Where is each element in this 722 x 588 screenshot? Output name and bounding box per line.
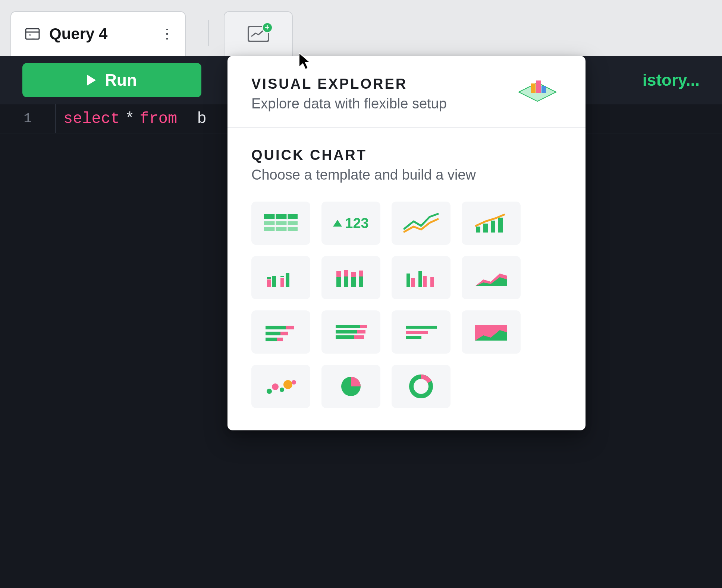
add-chart-icon: + bbox=[248, 26, 269, 42]
chart-type-line[interactable] bbox=[392, 202, 451, 245]
big-number-label: 123 bbox=[345, 215, 368, 231]
tab-more-icon[interactable]: ⋮ bbox=[160, 32, 172, 36]
query-tab-icon: *_ bbox=[25, 26, 40, 42]
visual-explorer-icon bbox=[513, 75, 562, 113]
svg-rect-24 bbox=[344, 270, 348, 276]
svg-rect-4 bbox=[531, 83, 536, 93]
svg-point-58 bbox=[292, 380, 296, 385]
plus-badge-icon: + bbox=[262, 22, 273, 33]
svg-rect-32 bbox=[418, 271, 422, 287]
svg-rect-15 bbox=[498, 218, 503, 233]
svg-rect-39 bbox=[266, 332, 280, 335]
svg-rect-47 bbox=[336, 335, 354, 339]
chart-picker-popover: VISUAL EXPLORER Explore data with flexib… bbox=[227, 56, 586, 430]
chart-template-grid: 123 bbox=[227, 198, 586, 408]
chart-type-grouped-bar[interactable] bbox=[392, 256, 451, 299]
svg-rect-29 bbox=[359, 276, 363, 287]
svg-rect-22 bbox=[336, 271, 341, 277]
play-icon bbox=[87, 75, 96, 86]
svg-rect-45 bbox=[336, 330, 357, 333]
svg-rect-48 bbox=[354, 335, 364, 339]
history-link[interactable]: istory... bbox=[643, 71, 700, 89]
svg-rect-6 bbox=[542, 86, 546, 93]
svg-rect-33 bbox=[423, 276, 427, 287]
svg-text:*_: *_ bbox=[29, 33, 35, 38]
svg-rect-30 bbox=[406, 274, 410, 287]
svg-rect-44 bbox=[360, 325, 367, 328]
chart-type-horizontal-bar-3[interactable] bbox=[392, 310, 451, 354]
token-star: * bbox=[120, 110, 139, 128]
chart-type-bar-dual[interactable] bbox=[251, 256, 310, 299]
svg-rect-18 bbox=[280, 278, 284, 287]
chart-type-horizontal-bar-2[interactable] bbox=[321, 310, 380, 354]
svg-point-57 bbox=[283, 380, 292, 389]
svg-rect-9 bbox=[264, 227, 298, 231]
svg-rect-20 bbox=[267, 277, 271, 279]
quick-chart-subtitle: Choose a template and build a view bbox=[251, 167, 562, 183]
tab-divider bbox=[208, 20, 209, 46]
svg-rect-49 bbox=[406, 326, 437, 329]
chart-type-area-stacked[interactable] bbox=[462, 310, 521, 354]
svg-rect-28 bbox=[359, 271, 363, 276]
chart-type-combo[interactable] bbox=[462, 202, 521, 245]
code-content[interactable]: select * from b bbox=[56, 110, 207, 128]
quick-chart-title: QUICK CHART bbox=[251, 147, 562, 163]
svg-rect-40 bbox=[280, 332, 288, 335]
chart-type-table[interactable] bbox=[251, 202, 310, 245]
chart-type-stacked-bar[interactable] bbox=[321, 256, 380, 299]
triangle-up-icon bbox=[333, 220, 342, 227]
svg-rect-46 bbox=[357, 330, 365, 333]
svg-rect-17 bbox=[272, 276, 276, 287]
chart-type-area[interactable] bbox=[462, 256, 521, 299]
svg-rect-21 bbox=[280, 276, 284, 277]
svg-rect-27 bbox=[351, 277, 356, 287]
svg-rect-50 bbox=[406, 331, 428, 334]
token-table: b bbox=[197, 110, 207, 128]
svg-point-55 bbox=[272, 383, 279, 390]
svg-rect-43 bbox=[336, 325, 360, 328]
svg-rect-26 bbox=[351, 272, 356, 277]
svg-rect-31 bbox=[411, 278, 415, 287]
token-from: from bbox=[139, 110, 177, 128]
chart-type-scatter[interactable] bbox=[251, 365, 310, 408]
svg-rect-5 bbox=[536, 80, 541, 93]
tab-bar: *_ Query 4 ⋮ + bbox=[0, 0, 722, 56]
token-space bbox=[177, 110, 197, 128]
big-number-content: 123 bbox=[333, 215, 368, 231]
svg-rect-19 bbox=[286, 273, 289, 287]
svg-rect-13 bbox=[483, 224, 488, 233]
visual-explorer-title: VISUAL EXPLORER bbox=[251, 76, 502, 92]
chart-type-pie[interactable] bbox=[321, 365, 380, 408]
visual-explorer-subtitle: Explore data with flexible setup bbox=[251, 96, 502, 112]
add-chart-tab[interactable]: + bbox=[224, 11, 293, 56]
run-button[interactable]: Run bbox=[22, 63, 201, 97]
visual-explorer-option[interactable]: VISUAL EXPLORER Explore data with flexib… bbox=[227, 56, 586, 128]
run-label: Run bbox=[105, 71, 137, 89]
svg-rect-38 bbox=[286, 326, 294, 329]
svg-rect-14 bbox=[491, 221, 495, 233]
visual-explorer-text: VISUAL EXPLORER Explore data with flexib… bbox=[251, 76, 502, 112]
svg-rect-34 bbox=[430, 277, 434, 287]
svg-point-56 bbox=[280, 388, 284, 392]
chart-type-big-number[interactable]: 123 bbox=[321, 202, 380, 245]
svg-rect-41 bbox=[266, 338, 277, 341]
svg-rect-12 bbox=[476, 227, 480, 233]
chart-type-donut[interactable] bbox=[392, 365, 451, 408]
quick-chart-section: QUICK CHART Choose a template and build … bbox=[227, 128, 586, 198]
svg-rect-42 bbox=[277, 338, 283, 341]
tab-query[interactable]: *_ Query 4 ⋮ bbox=[10, 11, 186, 56]
svg-point-54 bbox=[267, 389, 272, 394]
token-select: select bbox=[63, 110, 120, 128]
svg-rect-7 bbox=[264, 214, 298, 219]
line-number: 1 bbox=[0, 104, 56, 133]
svg-rect-25 bbox=[344, 276, 348, 287]
svg-rect-8 bbox=[264, 221, 298, 225]
tab-label: Query 4 bbox=[49, 25, 151, 43]
svg-rect-37 bbox=[266, 326, 286, 329]
svg-rect-23 bbox=[336, 277, 341, 287]
svg-rect-16 bbox=[267, 279, 271, 287]
chart-type-horizontal-bar-1[interactable] bbox=[251, 310, 310, 354]
svg-rect-51 bbox=[406, 336, 421, 339]
